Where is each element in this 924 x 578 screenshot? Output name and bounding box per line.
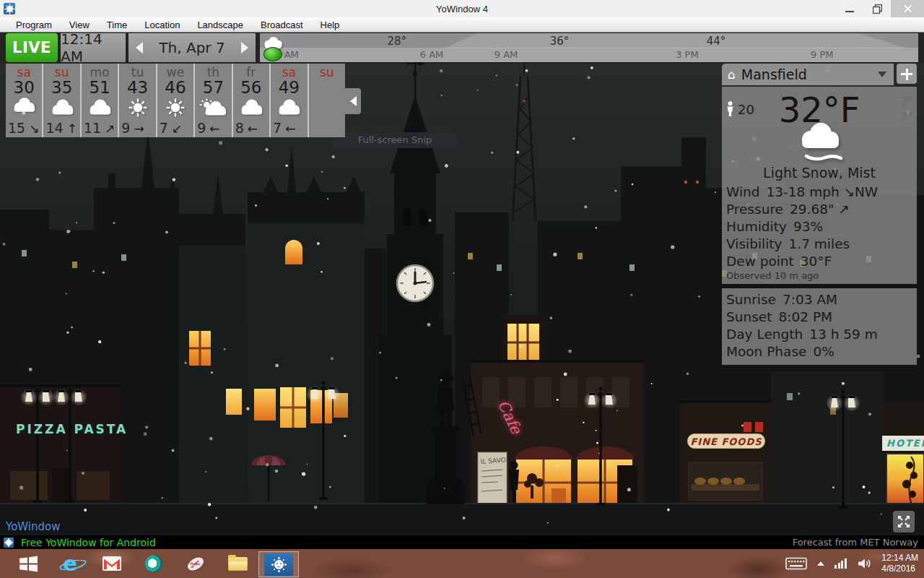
astro-row: Sunrise7:03 AM <box>726 291 914 309</box>
yowindow-icon <box>264 553 293 576</box>
prev-day-arrow[interactable] <box>136 42 143 53</box>
menu-landscape[interactable]: Landscape <box>188 20 252 30</box>
snipping-tool-button[interactable]: ✂ <box>175 549 217 578</box>
windows-logo-icon <box>19 555 38 573</box>
forecast-day-0[interactable]: sa30*15↘ <box>6 64 43 137</box>
condition-row-value: 29.68" ↗ <box>790 202 850 217</box>
restore-icon <box>873 4 882 14</box>
yowindow-link[interactable]: YoWindow <box>6 520 61 533</box>
wind-direction-arrow: ↑ <box>67 121 77 136</box>
add-location-button[interactable] <box>897 64 917 84</box>
forecast-day-name: th <box>195 66 231 79</box>
forecast-day-6[interactable]: fr568← <box>233 64 271 137</box>
menu-time[interactable]: Time <box>98 20 136 30</box>
network-signal-icon[interactable] <box>834 558 847 569</box>
condition-row: Pressure29.68" ↗ <box>726 201 914 218</box>
condition-row-label: Visibility <box>726 236 783 251</box>
condition-row-label: Dew point <box>726 254 794 269</box>
fullscreen-button[interactable] <box>893 511 915 532</box>
close-button[interactable] <box>891 0 924 17</box>
android-promo-link[interactable]: Free YoWindow for Android <box>21 537 156 548</box>
teal-app-button[interactable] <box>133 549 175 578</box>
volume-icon[interactable] <box>858 558 871 569</box>
forecast-day-name: sa <box>271 66 307 79</box>
fullscreen-snip-tooltip: Full-screen Snip <box>333 132 457 148</box>
cloud-icon <box>271 97 307 118</box>
astro-row-value: 8:02 PM <box>778 309 832 324</box>
condition-row: Humidity93% <box>726 218 914 236</box>
forecast-day-name: su <box>309 66 345 79</box>
system-tray: 12:14 AM 4/8/2016 <box>775 553 918 574</box>
condition-row-label: Humidity <box>726 219 787 234</box>
cloud-sun-icon <box>195 97 231 118</box>
forecast-low-temp: 11↗ <box>84 120 115 136</box>
menu-bar: ProgramViewTimeLocationLandscapeBroadcas… <box>0 17 924 33</box>
timeline-temp-label: 28° <box>387 35 406 48</box>
tower-clock <box>397 265 433 301</box>
location-selector[interactable]: ⌂ Mansfield <box>722 64 894 85</box>
gmail-button[interactable] <box>91 549 133 578</box>
forecast-day-8[interactable]: su <box>309 64 345 137</box>
forecast-high-temp: 46 <box>157 79 193 97</box>
forecast-high-temp: 49 <box>271 79 307 97</box>
wind-direction-arrow: ↘ <box>29 121 39 136</box>
forecast-day-4[interactable]: we467↙ <box>157 64 195 137</box>
cloud-snow-icon: * <box>6 97 42 118</box>
astro-row-value: 0% <box>813 344 834 359</box>
day-high-low-unknown: ?° ?° <box>902 94 914 124</box>
cloud-icon <box>43 97 79 118</box>
observed-time: Observed 10 m ago <box>726 270 819 281</box>
tray-time: 12:14 AM <box>881 553 918 564</box>
astronomy-block: Sunrise7:03 AMSunset8:02 PMDay Length13 … <box>722 288 917 365</box>
forecast-day-1[interactable]: su3514↑ <box>43 64 81 137</box>
cloud-icon <box>233 97 269 118</box>
forecast-day-5[interactable]: th579← <box>195 64 232 137</box>
condition-text: Light Snow, Mist <box>722 165 917 181</box>
forecast-low-temp: 14↑ <box>45 120 77 136</box>
menu-help[interactable]: Help <box>312 20 349 30</box>
live-button[interactable]: LIVE <box>6 33 58 62</box>
time-slider-knob[interactable] <box>263 47 282 61</box>
location-dropdown-icon[interactable] <box>878 72 886 77</box>
week-forecast-strip: sa30*15↘su3514↑mo5111↗tu439→we467↙th579←… <box>6 64 345 137</box>
astro-row-label: Moon Phase <box>726 344 806 359</box>
timeline-hour-label: 9 AM <box>494 49 518 60</box>
forecast-day-2[interactable]: mo5111↗ <box>82 64 119 137</box>
time-slider[interactable]: AM6 AM9 AM3 PM9 PM 28°36°44° <box>260 33 918 62</box>
next-day-arrow[interactable] <box>241 42 248 53</box>
file-explorer-button[interactable] <box>217 549 258 578</box>
forecast-low-temp: 7← <box>273 120 295 136</box>
timeline-hours-row: AM6 AM9 AM3 PM9 PM <box>260 48 918 62</box>
menu-view[interactable]: View <box>61 20 98 30</box>
astro-row: Day Length13 h 59 m <box>726 326 914 343</box>
snipping-tool-icon: ✂ <box>186 554 206 573</box>
astro-row: Sunset8:02 PM <box>726 309 914 326</box>
toolbar: LIVE 12:14 AM Th, Apr 7 AM6 AM9 AM3 PM9 … <box>0 32 924 64</box>
forecast-high-temp: 56 <box>233 79 269 97</box>
daylight-region <box>444 33 906 48</box>
wind-direction-arrow: ← <box>248 121 258 136</box>
menu-location[interactable]: Location <box>136 20 188 30</box>
restore-button[interactable] <box>863 0 891 17</box>
tray-clock[interactable]: 12:14 AM 4/8/2016 <box>881 553 918 574</box>
forecast-day-7[interactable]: sa497← <box>271 64 308 137</box>
collapse-forecast-button[interactable] <box>345 88 361 114</box>
location-name: Mansfield <box>741 66 878 82</box>
menu-broadcast[interactable]: Broadcast <box>252 20 312 30</box>
yowindow-taskbar-button[interactable] <box>258 551 299 577</box>
minimize-button[interactable] <box>836 0 863 17</box>
keyboard-icon[interactable] <box>785 557 807 570</box>
astro-row-label: Sunrise <box>726 292 776 307</box>
pizza-pasta-sign: PIZZA PASTA <box>16 422 128 436</box>
hidden-icons-arrow[interactable] <box>817 561 824 566</box>
condition-row: Wind13-18 mph ↘NW <box>726 184 914 201</box>
start-button[interactable] <box>7 549 49 578</box>
close-icon <box>903 4 912 14</box>
forecast-high-temp: 35 <box>43 79 79 97</box>
forecast-day-3[interactable]: tu439→ <box>119 64 157 137</box>
menu-program[interactable]: Program <box>7 20 61 30</box>
internet-explorer-button[interactable]: e <box>49 549 91 578</box>
forecast-low-temp: 8← <box>235 120 258 136</box>
forecast-day-name: fr <box>233 66 269 79</box>
timeline-temp-label: 36° <box>550 35 570 48</box>
